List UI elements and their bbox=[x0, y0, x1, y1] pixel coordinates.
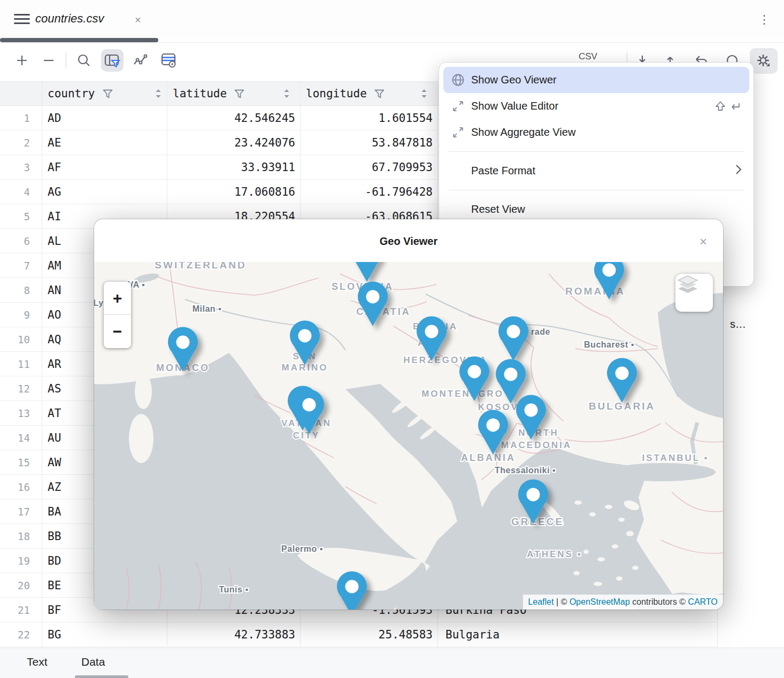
format-selector[interactable]: CSV bbox=[579, 51, 597, 62]
map-label: Palermo ▪ bbox=[281, 544, 323, 553]
remove-row-button[interactable] bbox=[37, 49, 60, 72]
row-number[interactable]: 6 bbox=[0, 229, 42, 253]
zoom-in-button[interactable]: + bbox=[104, 282, 131, 315]
row-number[interactable]: 20 bbox=[0, 573, 42, 597]
filter-columns-icon bbox=[104, 53, 120, 67]
map-label: Milan ▪ bbox=[193, 304, 222, 313]
dialog-close-icon[interactable]: × bbox=[700, 234, 707, 249]
row-number[interactable]: 10 bbox=[0, 327, 42, 351]
row-number[interactable]: 22 bbox=[0, 622, 42, 646]
header-row-number bbox=[0, 82, 42, 105]
tab-text[interactable]: Text bbox=[27, 656, 48, 668]
cell-country[interactable]: AG bbox=[42, 180, 167, 204]
map-layers-button[interactable] bbox=[675, 274, 713, 312]
tab-countries-csv[interactable]: countries.csv bbox=[35, 12, 104, 26]
cell-longitude[interactable]: -61.796428 bbox=[301, 180, 438, 204]
leaflet-map[interactable]: SWITZERLANDSLOVENIACROATIAMONACOSANMARIN… bbox=[94, 262, 723, 610]
menu-item-show-geo-viewer[interactable]: Show Geo Viewer bbox=[443, 67, 749, 93]
layers-icon bbox=[675, 274, 700, 296]
filter-columns-button[interactable] bbox=[101, 49, 124, 72]
filter-funnel-icon[interactable] bbox=[234, 89, 244, 98]
row-number[interactable]: 12 bbox=[0, 376, 42, 400]
attribution-text: | © bbox=[554, 597, 570, 606]
row-number[interactable]: 13 bbox=[0, 401, 42, 425]
row-number[interactable]: 5 bbox=[0, 204, 42, 228]
cell-latitude[interactable]: 42.546245 bbox=[167, 106, 301, 130]
cell-country[interactable]: BG bbox=[42, 622, 167, 646]
more-options-icon[interactable]: ⋮ bbox=[758, 13, 770, 27]
row-number[interactable]: 18 bbox=[0, 524, 42, 548]
attribution-text: contributors © bbox=[630, 597, 688, 606]
menu-item-show-aggregate-view[interactable]: Show Aggregate View bbox=[443, 119, 749, 145]
menu-item-reset-view[interactable]: Reset View bbox=[443, 196, 749, 222]
row-number[interactable]: 8 bbox=[0, 278, 42, 302]
row-number[interactable]: 7 bbox=[0, 253, 42, 278]
map-zoom-control: + − bbox=[104, 282, 131, 348]
column-header-country[interactable]: country bbox=[42, 82, 167, 105]
row-number[interactable]: 19 bbox=[0, 549, 42, 573]
cell-longitude[interactable]: 53.847818 bbox=[301, 130, 438, 155]
row-number[interactable]: 11 bbox=[0, 352, 42, 376]
map-label: ALBANIA bbox=[461, 452, 516, 463]
chart-view-button[interactable] bbox=[129, 49, 152, 72]
editor-mode-bar: Text Data bbox=[0, 648, 784, 678]
map-label: Ly bbox=[94, 298, 104, 307]
cell-country[interactable]: AD bbox=[42, 106, 167, 130]
map-attribution: Leaflet | © OpenStreetMap contributors ©… bbox=[523, 595, 723, 610]
cell-longitude[interactable]: 67.709953 bbox=[301, 155, 438, 179]
filter-funnel-icon[interactable] bbox=[103, 89, 113, 98]
row-number[interactable]: 21 bbox=[0, 598, 42, 622]
cell-country[interactable]: AE bbox=[42, 130, 167, 155]
close-tab-icon[interactable]: × bbox=[135, 14, 141, 26]
table-view-button[interactable] bbox=[158, 49, 180, 72]
row-number[interactable]: 14 bbox=[0, 426, 42, 450]
add-row-button[interactable] bbox=[11, 49, 33, 72]
column-header-longitude[interactable]: longitude bbox=[301, 82, 438, 105]
osm-link[interactable]: OpenStreetMap bbox=[570, 597, 630, 606]
search-button[interactable] bbox=[73, 49, 95, 72]
cell-country[interactable]: AF bbox=[42, 155, 167, 179]
menu-item-label: Paste Format bbox=[471, 165, 535, 177]
map-label: MACEDONIA bbox=[501, 440, 572, 450]
leaflet-link[interactable]: Leaflet bbox=[528, 597, 554, 606]
menu-item-show-value-editor[interactable]: Show Value Editor bbox=[443, 93, 749, 119]
menu-item-paste-format[interactable]: Paste Format bbox=[443, 158, 749, 184]
cell-latitude[interactable]: 17.060816 bbox=[167, 180, 301, 204]
row-number[interactable]: 3 bbox=[0, 155, 42, 179]
cell-name[interactable]: Bulgaria bbox=[438, 622, 718, 646]
cell-latitude[interactable]: 33.93911 bbox=[167, 155, 301, 179]
carto-link[interactable]: CARTO bbox=[688, 597, 718, 606]
main-menu-icon[interactable] bbox=[14, 14, 30, 26]
active-mode-indicator bbox=[75, 675, 128, 678]
globe-icon bbox=[451, 73, 465, 87]
dialog-title: Geo Viewer bbox=[94, 219, 723, 248]
shortcut-shift-enter bbox=[714, 100, 742, 113]
row-number[interactable]: 16 bbox=[0, 475, 42, 499]
sort-arrows-icon[interactable] bbox=[155, 89, 162, 98]
row-number[interactable]: 17 bbox=[0, 499, 42, 523]
sort-arrows-icon[interactable] bbox=[283, 89, 290, 98]
row-number[interactable]: 4 bbox=[0, 180, 42, 204]
cell-longitude[interactable]: 25.48583 bbox=[301, 622, 438, 646]
map-label: Thessaloniki ▪ bbox=[495, 466, 556, 475]
submenu-chevron-icon bbox=[735, 164, 742, 178]
row-number[interactable]: 9 bbox=[0, 303, 42, 327]
toolbar-divider bbox=[66, 52, 66, 68]
partially-hidden-menu-item[interactable]: s… bbox=[730, 318, 746, 330]
row-number[interactable]: 15 bbox=[0, 450, 42, 474]
cell-latitude[interactable]: 23.424076 bbox=[167, 130, 301, 155]
map-label: ISTANBUL ▪ bbox=[642, 453, 709, 463]
cell-latitude[interactable]: 42.733883 bbox=[167, 622, 301, 646]
dialog-title-bar[interactable]: Geo Viewer × bbox=[94, 219, 723, 262]
tab-data[interactable]: Data bbox=[81, 656, 105, 668]
row-number[interactable]: 2 bbox=[0, 130, 42, 155]
row-number[interactable]: 1 bbox=[0, 106, 42, 130]
active-tab-indicator bbox=[0, 38, 158, 42]
column-header-latitude[interactable]: latitude bbox=[167, 82, 301, 105]
map-label: rade bbox=[531, 327, 550, 336]
sort-arrows-icon[interactable] bbox=[421, 89, 427, 98]
plus-icon bbox=[16, 54, 28, 67]
filter-funnel-icon[interactable] bbox=[374, 89, 385, 98]
cell-longitude[interactable]: 1.601554 bbox=[301, 106, 438, 130]
zoom-out-button[interactable]: − bbox=[104, 315, 131, 348]
